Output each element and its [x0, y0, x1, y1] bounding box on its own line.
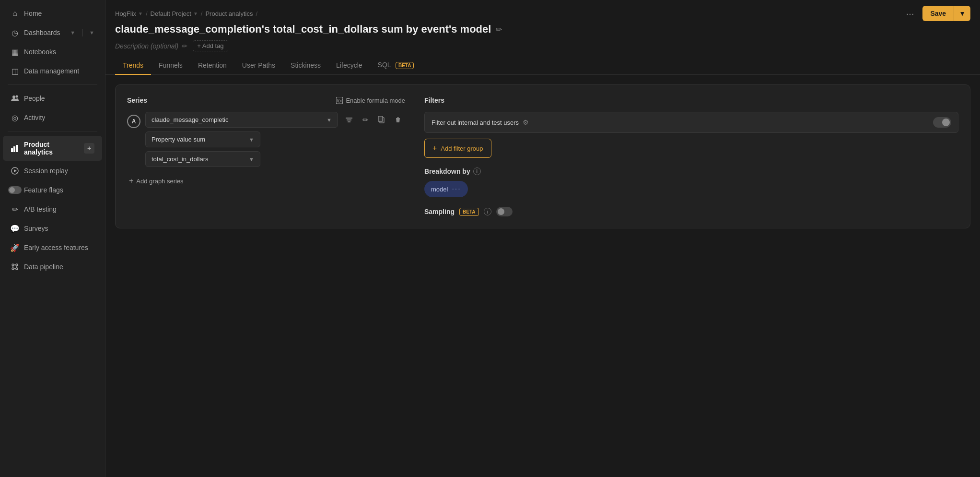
- formula-mode-button[interactable]: f(x) Enable formula mode: [336, 97, 405, 104]
- tab-trends[interactable]: Trends: [115, 57, 151, 75]
- sidebar-label-activity: Activity: [24, 114, 94, 121]
- series-row-a: A claude_message_completic ▼: [127, 112, 405, 167]
- series-a-field-label: total_cost_in_dollars: [152, 155, 209, 163]
- description-edit-icon: ✏: [181, 42, 187, 50]
- save-dropdown-arrow-icon[interactable]: ▼: [954, 6, 970, 21]
- tab-stickiness[interactable]: Stickiness: [283, 57, 328, 75]
- sidebar-item-early-access[interactable]: 🚀 Early access features: [3, 238, 102, 257]
- feature-flags-toggle: [8, 186, 22, 194]
- panel-inner: Series f(x) Enable formula mode A: [127, 96, 958, 216]
- sidebar-item-data-management[interactable]: ◫ Data management: [3, 62, 102, 80]
- breakdown-info-icon[interactable]: i: [473, 167, 481, 175]
- description-field[interactable]: Description (optional) ✏: [115, 42, 187, 50]
- product-analytics-icon: [11, 144, 19, 153]
- series-a-edit-icon[interactable]: ✏: [358, 113, 373, 127]
- add-graph-series-button[interactable]: + Add graph series: [127, 173, 405, 189]
- filter-gear-icon[interactable]: ⚙: [523, 119, 529, 126]
- sidebar-item-dashboards[interactable]: ◷ Dashboards ▼ ▼: [3, 24, 102, 42]
- title-edit-icon[interactable]: ✏: [496, 25, 502, 34]
- sidebar-item-activity[interactable]: ◎ Activity: [3, 108, 102, 127]
- svg-rect-3: [13, 146, 15, 152]
- svg-point-10: [16, 268, 18, 270]
- page-title: claude_message_completion's total_cost_i…: [115, 23, 491, 36]
- sidebar-item-product-analytics[interactable]: Product analytics +: [3, 136, 102, 161]
- sampling-beta-badge: BETA: [459, 208, 478, 216]
- save-button[interactable]: Save ▼: [922, 6, 970, 21]
- sidebar-label-data-pipeline: Data pipeline: [24, 263, 94, 271]
- svg-marker-6: [14, 169, 17, 172]
- breadcrumb-analytics[interactable]: Product analytics: [205, 10, 253, 17]
- session-replay-icon: [11, 167, 19, 175]
- filters-title: Filters: [424, 96, 444, 104]
- dashboards-arrow-icon: ▼: [70, 30, 75, 36]
- add-tag-button[interactable]: + Add tag: [193, 40, 228, 51]
- series-a-letter: A: [132, 118, 136, 125]
- main-content: HogFlix ▼ / Default Project ▼ / Product …: [105, 0, 980, 477]
- tab-lifecycle[interactable]: Lifecycle: [328, 57, 370, 75]
- sampling-toggle[interactable]: [496, 207, 513, 216]
- sidebar-item-ab-testing[interactable]: ✏ A/B testing: [3, 200, 102, 218]
- filter-internal-toggle[interactable]: [933, 117, 951, 128]
- sidebar-label-surveys: Surveys: [24, 225, 94, 232]
- topbar: HogFlix ▼ / Default Project ▼ / Product …: [105, 0, 980, 36]
- sidebar-item-data-pipeline[interactable]: Data pipeline: [3, 258, 102, 276]
- breadcrumb-project-arrow: ▼: [193, 11, 198, 16]
- sidebar-label-product-analytics: Product analytics: [24, 141, 79, 156]
- tab-funnels-label: Funnels: [159, 61, 183, 69]
- series-a-event-dropdown[interactable]: claude_message_completic ▼: [145, 112, 338, 128]
- tab-funnels[interactable]: Funnels: [151, 57, 190, 75]
- sidebar-item-surveys[interactable]: 💬 Surveys: [3, 219, 102, 238]
- sidebar-item-feature-flags[interactable]: Feature flags: [3, 181, 102, 199]
- breadcrumb-sep-3: /: [256, 10, 257, 17]
- home-icon: ⌂: [11, 9, 19, 18]
- sidebar-item-session-replay[interactable]: Session replay: [3, 162, 102, 180]
- tab-trends-label: Trends: [123, 61, 143, 69]
- sidebar-item-home[interactable]: ⌂ Home: [3, 4, 102, 23]
- series-a-filter-icon[interactable]: [342, 113, 356, 127]
- series-header: Series f(x) Enable formula mode: [127, 96, 405, 104]
- series-a-delete-icon[interactable]: [391, 113, 405, 127]
- add-filter-group-label: Add filter group: [441, 145, 483, 152]
- breakdown-tag[interactable]: model ···: [424, 181, 468, 197]
- svg-rect-4: [16, 145, 18, 152]
- breakdown-header: Breakdown by i: [424, 167, 958, 175]
- series-a-icon-btns: ✏: [342, 113, 405, 127]
- add-filter-group-button[interactable]: + Add filter group: [424, 139, 491, 158]
- dashboards-icon: ◷: [11, 28, 19, 37]
- tab-sql[interactable]: SQL BETA: [370, 56, 422, 75]
- sampling-info-icon[interactable]: i: [484, 208, 491, 215]
- content-area: Series f(x) Enable formula mode A: [105, 75, 980, 477]
- sidebar-item-notebooks[interactable]: ▦ Notebooks: [3, 43, 102, 61]
- series-title: Series: [127, 96, 147, 104]
- sidebar-label-notebooks: Notebooks: [24, 48, 94, 56]
- filter-label-internal: Filter out internal and test users ⚙: [432, 119, 529, 126]
- tab-user-paths[interactable]: User Paths: [234, 57, 283, 75]
- breadcrumb-project-label: Default Project: [151, 10, 191, 17]
- page-title-area: claude_message_completion's total_cost_i…: [115, 23, 502, 36]
- tab-lifecycle-label: Lifecycle: [336, 61, 362, 69]
- sidebar-label-early-access: Early access features: [24, 244, 94, 251]
- breadcrumb-hogflix-label: HogFlix: [115, 10, 136, 17]
- sidebar-item-people[interactable]: People: [3, 89, 102, 107]
- breakdown-value: model: [431, 186, 448, 193]
- series-a-event-label: claude_message_completic: [152, 116, 228, 123]
- svg-rect-21: [378, 116, 383, 121]
- breadcrumb-project[interactable]: Default Project ▼: [151, 10, 198, 17]
- tab-retention[interactable]: Retention: [190, 57, 234, 75]
- series-a-agg-chevron-icon: ▼: [249, 137, 254, 143]
- series-a-copy-icon[interactable]: [374, 113, 389, 127]
- breadcrumb-hogflix[interactable]: HogFlix ▼: [115, 10, 143, 17]
- main-panel: Series f(x) Enable formula mode A: [115, 84, 970, 228]
- breakdown-more-icon[interactable]: ···: [452, 185, 461, 193]
- series-a-field-dropdown[interactable]: total_cost_in_dollars ▼: [145, 151, 260, 167]
- tab-sql-label: SQL: [378, 61, 391, 69]
- sidebar-label-people: People: [24, 95, 94, 102]
- sampling-label: Sampling: [424, 208, 455, 215]
- more-options-button[interactable]: ···: [902, 6, 918, 21]
- svg-text:f(x): f(x): [337, 98, 343, 103]
- breadcrumb-analytics-label: Product analytics: [205, 10, 253, 17]
- breadcrumb-sep-1: /: [146, 10, 148, 17]
- series-a-agg-dropdown[interactable]: Property value sum ▼: [145, 131, 260, 147]
- product-analytics-add-btn[interactable]: +: [84, 143, 94, 154]
- breakdown-title: Breakdown by: [424, 167, 470, 175]
